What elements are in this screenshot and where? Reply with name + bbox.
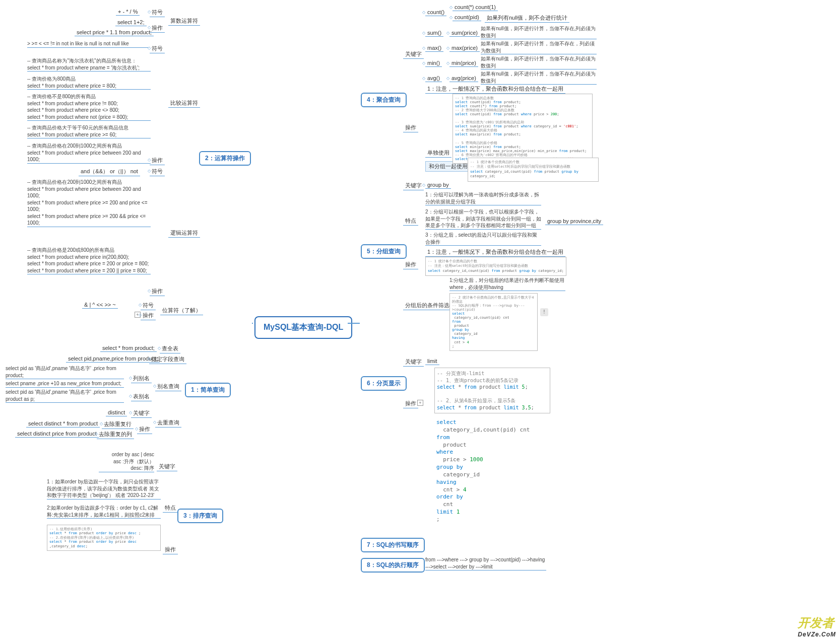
code-order: -- 1.使用价格排序(升序) select * from product or… [47, 525, 161, 551]
sub-alias: 别名查询 [155, 382, 181, 391]
agg-sum-d: 如果有null值，则不进行计算，当做不存在,列必须为数值列 [481, 25, 597, 39]
sub-dedup-col: 去除重复的列 [97, 430, 134, 439]
sub-compare-op: 操作 [150, 156, 165, 165]
agg-avg: avg() [425, 75, 442, 82]
agg-count: count() [425, 9, 446, 16]
topic-8[interactable]: 8：SQL的执行顺序 [361, 558, 425, 573]
val-page-kw: limit [425, 358, 439, 365]
val-grp-kw: group by [425, 181, 451, 189]
agg-min-v: min(price) [449, 59, 478, 67]
sub-logic-op: 操作 [150, 287, 165, 296]
code-dedup-col: select distinct price from product [15, 430, 99, 438]
code-dedup-row: select distinct * from product [26, 420, 100, 427]
sub-col-alias: 列别名 [131, 374, 152, 383]
code-cmp3: -- 查询价格不是800的所有商品 select * from product … [27, 93, 151, 121]
agg-sum-v: sum(price) [449, 29, 480, 37]
agg-alone: 单独使用 [425, 149, 451, 158]
code-agg: -- 1 查询商品的总条数 select count(pid) from pro… [453, 94, 593, 164]
expand-icon-2[interactable]: + [417, 400, 423, 406]
val-distinct: distinct [106, 409, 127, 416]
grp-td1: 1：分组可以理解为将一张表临时拆分成多张表，拆分的依据就是分组字段 [425, 191, 541, 205]
sub-order-td: 特点 [163, 504, 178, 513]
code-logic1: -- 查询商品价格在200到1000之间所有商品 select * from p… [27, 179, 151, 227]
code-query-all: select * from product; [100, 344, 157, 352]
agg-count-bd: 如果列有null值，则不会进行统计 [485, 14, 569, 23]
code-logic2: -- 查询商品价格是200或800的所有商品 select * from pro… [27, 247, 151, 274]
sub-grp-td: 特点 [403, 217, 418, 226]
val-order-kw: order by asc | desc asc :升序（默认） desc: 降序 [99, 451, 154, 472]
val-bit-sym: & | ^ << >> ~ [82, 301, 118, 309]
sub-compare-sym: 符号 [150, 44, 165, 53]
val-order-td2: 2:如果order by后边跟多个字段：order by c1, c2解释:先安… [47, 505, 161, 519]
agg-avg-d: 如果有null值，则不进行计算，当做不存在,列必须为数值列 [481, 70, 597, 85]
val-logic-sym: and（&&） or（||） not [79, 167, 140, 176]
root-topic[interactable]: MySQL基本查询-DQL [254, 316, 352, 339]
agg-min: min() [425, 59, 442, 67]
note-icon: ! [540, 308, 548, 316]
code-limit: -- 分页查询-limit -- 1、查询product表的前5条记录 sele… [434, 368, 550, 413]
sub-agg-kw: 关键字 [403, 50, 424, 59]
val-arith-sym: + - * / % [116, 8, 140, 16]
sub-grp-filter: 分组后的条件筛选 [403, 301, 451, 310]
grp-op1: 1：注意，一般情况下，聚合函数和分组会结合在一起用 [425, 248, 565, 257]
grp-td2e: group by province,city [545, 218, 603, 225]
topic-1[interactable]: 1：简单查询 [185, 383, 231, 397]
sub-grp-op: 操作 [403, 260, 418, 269]
sub-page-op: 操作 [403, 399, 418, 408]
agg-max-v: max(price) [449, 44, 480, 52]
sub-bit-op: 操作 [141, 311, 156, 320]
agg-count-a: count(*) count(1) [453, 4, 498, 11]
code-grp: -- 1 统计各个分类商品的个数 -- 注意：使用select时后边的字段只能写… [425, 257, 566, 276]
exec-order: from --->where ---> group by --->count(p… [425, 556, 546, 570]
code-arith1: select 1+2; [115, 19, 147, 26]
sub-grp-kw: 关键字 [403, 181, 424, 190]
code-alias2: select pname ,price +10 as new_price fro… [6, 380, 124, 388]
topic-4[interactable]: 4：聚合查询 [361, 93, 407, 107]
site-logo: 开发者 DeVZe.CoM [798, 615, 836, 638]
code-arith2: select price * 1.1 from product; [75, 29, 154, 36]
agg-avg-v: avg(price) [449, 75, 478, 82]
agg-count-b: count(pid) [453, 14, 481, 21]
sub-dedup-row: 去除重复行 [102, 420, 134, 429]
agg-sum: sum() [425, 29, 443, 37]
code-agg-group: -- 1 统计各个分类商品的个数 -- 注意：使用select时后边的字段只能写… [468, 158, 599, 182]
sub-order-op: 操作 [163, 545, 178, 554]
grp-fl1: 1:分组之后，对分组后的结果进行条件判断不能使用where，必须使用having [449, 277, 565, 291]
topic-5[interactable]: 5：分组查询 [361, 244, 407, 259]
sub-order-kw: 关键字 [157, 462, 177, 471]
grp-td3: 3：分组之后，select的后边只可以跟分组字段和聚合操作 [425, 232, 541, 246]
code-alias3: select pid as '商品id',pname '商品名字' ,price… [6, 389, 124, 403]
code-having: -- 2 统计各个分类商品的个数,且只显示个数大于4的信息 -- SQL执行顺序… [449, 293, 538, 351]
code-field-query: select pid,pname,price from product; [66, 355, 160, 363]
sub-bit-sym: 符号 [141, 301, 156, 310]
code-alias1: select pid as '商品id',pname '商品名字' ,price… [6, 365, 124, 379]
code-cmp1: -- 查询商品名称为"海尔洗衣机"的商品所有信息： select * from … [27, 57, 151, 72]
sub-agg-op: 操作 [403, 123, 418, 132]
val-compare-sym: > >= < <= != in not in like is null is n… [27, 40, 148, 48]
sub-arith: 算数运算符 [168, 17, 200, 26]
code-cmp4: -- 查询商品价格大于等于60元的所有商品信息 select * from pr… [27, 124, 151, 138]
topic-3[interactable]: 3：排序查询 [177, 509, 223, 523]
agg-max-d: 如果有null值，则不进行计算，当做不存在，列必须为数值列 [481, 40, 597, 54]
topic-2[interactable]: 2：运算符操作 [199, 151, 251, 166]
agg-note1: 1：注意，一般情况下，聚合函数和分组会结合在一起用 [425, 85, 565, 94]
sub-tbl-alias: 表别名 [131, 392, 152, 401]
sub-distinct-op: 操作 [137, 425, 152, 434]
code-big-sql: select category_id,count(pid) cnt from p… [434, 417, 535, 526]
sub-page-kw: 关键字 [403, 358, 424, 367]
sub-logic-sym: 符号 [150, 167, 165, 176]
sub-query-all: 查全表 [160, 344, 180, 353]
sub-logic: 逻辑运算符 [168, 229, 200, 238]
topic-7[interactable]: 7：SQL的书写顺序 [361, 538, 425, 552]
code-cmp2: -- 查询价格为800商品 select * from product wher… [27, 76, 151, 90]
val-order-td1: 1：如果order by后边跟一个字段，则只会按照该字段的值进行排序，该字段必须… [47, 478, 161, 500]
sub-distinct-kw: 关键字 [131, 409, 152, 418]
grp-td2: 2：分组可以根据一个字段，也可以根据多个字段，如果是一个字段，则该字段相同就会分… [425, 208, 541, 230]
sub-compare: 比较运算符 [168, 99, 200, 108]
code-cmp5: -- 查询商品价格在200到1000之间所有商品 select * from p… [27, 142, 151, 164]
sub-arith-sym: 符号 [150, 8, 165, 17]
topic-6[interactable]: 6：分页显示 [361, 376, 407, 391]
sub-distinct: 去重查询 [155, 418, 181, 427]
agg-min-d: 如果有null值，则不进行计算，当做不存在,列必须为数值列 [481, 55, 597, 69]
agg-max: max() [425, 44, 443, 52]
